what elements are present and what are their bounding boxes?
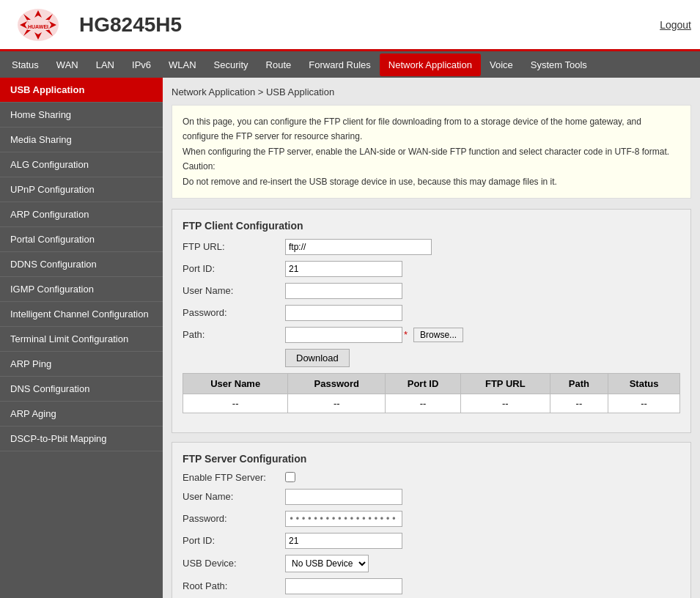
nav-route[interactable]: Route <box>257 53 301 76</box>
ftp-server-title: FTP Server Configuration <box>183 453 680 465</box>
server-password-label: Password: <box>183 513 285 524</box>
sidebar-item-arp-configuration[interactable]: ARP Configuration <box>0 202 163 227</box>
ftp-url-label: FTP URL: <box>183 241 285 252</box>
col-path: Path <box>550 373 608 394</box>
breadcrumb: Network Application > USB Application <box>172 86 691 97</box>
cell-path: -- <box>550 394 608 413</box>
password-input[interactable] <box>285 305 402 321</box>
path-input[interactable] <box>285 327 402 343</box>
sidebar-item-usb-application[interactable]: USB Application <box>0 78 163 103</box>
sidebar-item-upnp-configuration[interactable]: UPnP Configuration <box>0 177 163 202</box>
path-row: Path: * Browse... <box>183 327 680 343</box>
sidebar-item-arp-ping[interactable]: ARP Ping <box>0 352 163 377</box>
server-password-row: Password: <box>183 511 680 527</box>
navigation-bar: Status WAN LAN IPv6 WLAN Security Route … <box>0 51 700 78</box>
info-box: On this page, you can configure the FTP … <box>172 105 691 199</box>
usb-device-label: USB Device: <box>183 558 285 569</box>
col-password: Password <box>288 373 386 394</box>
sidebar-item-arp-aging[interactable]: ARP Aging <box>0 402 163 427</box>
col-status: Status <box>608 373 680 394</box>
download-row: Download <box>183 349 680 367</box>
info-line-5: Do not remove and re-insert the USB stor… <box>183 177 557 187</box>
brand-title: HG8245H5 <box>79 13 660 37</box>
root-path-input[interactable] <box>285 578 402 594</box>
sidebar-item-ddns-configuration[interactable]: DDNS Configuration <box>0 252 163 277</box>
username-row: User Name: <box>183 283 680 299</box>
username-input[interactable] <box>285 283 402 299</box>
nav-system-tools[interactable]: System Tools <box>522 53 596 76</box>
enable-ftp-label: Enable FTP Server: <box>183 472 285 483</box>
sidebar-item-dns-configuration[interactable]: DNS Configuration <box>0 377 163 402</box>
main-content: Network Application > USB Application On… <box>163 78 700 598</box>
ftp-client-title: FTP Client Configuration <box>183 220 680 232</box>
sidebar-item-portal-configuration[interactable]: Portal Configuration <box>0 227 163 252</box>
sidebar-item-terminal-limit[interactable]: Terminal Limit Configuration <box>0 327 163 352</box>
logout-button[interactable]: Logout <box>660 19 691 31</box>
col-ftp-url: FTP URL <box>460 373 550 394</box>
download-button[interactable]: Download <box>285 349 350 367</box>
sidebar: USB Application Home Sharing Media Shari… <box>0 78 163 598</box>
enable-ftp-row: Enable FTP Server: <box>183 472 680 483</box>
ftp-url-input[interactable] <box>285 239 432 255</box>
usb-device-row: USB Device: No USB Device <box>183 555 680 572</box>
server-port-input[interactable] <box>285 533 402 549</box>
port-id-input[interactable] <box>285 261 402 277</box>
col-username: User Name <box>183 373 288 394</box>
sidebar-item-alg-configuration[interactable]: ALG Configuration <box>0 152 163 177</box>
cell-username: -- <box>183 394 288 413</box>
table-row: -- -- -- -- -- -- <box>183 394 680 413</box>
username-label: User Name: <box>183 285 285 296</box>
info-line-1: On this page, you can configure the FTP … <box>183 117 641 127</box>
cell-port-id: -- <box>386 394 461 413</box>
port-id-label: Port ID: <box>183 263 285 274</box>
svg-text:HUAWEI: HUAWEI <box>28 24 48 29</box>
password-row: Password: <box>183 305 680 321</box>
col-port-id: Port ID <box>386 373 461 394</box>
nav-wlan[interactable]: WLAN <box>160 53 205 76</box>
cell-ftp-url: -- <box>460 394 550 413</box>
nav-wan[interactable]: WAN <box>48 53 87 76</box>
port-id-row: Port ID: <box>183 261 680 277</box>
root-path-label: Root Path: <box>183 580 285 591</box>
password-label: Password: <box>183 307 285 318</box>
usb-device-select[interactable]: No USB Device <box>285 555 369 572</box>
cell-password: -- <box>288 394 386 413</box>
ftp-server-section: FTP Server Configuration Enable FTP Serv… <box>172 442 691 598</box>
cell-status: -- <box>608 394 680 413</box>
enable-ftp-checkbox[interactable] <box>285 472 295 482</box>
nav-network-application[interactable]: Network Application <box>380 53 481 76</box>
server-port-label: Port ID: <box>183 535 285 546</box>
server-username-input[interactable] <box>285 489 402 505</box>
info-line-2: configure the FTP server for resource sh… <box>183 131 362 141</box>
browse-button[interactable]: Browse... <box>413 328 463 342</box>
nav-security[interactable]: Security <box>205 53 257 76</box>
ftp-url-row: FTP URL: <box>183 239 680 255</box>
server-username-row: User Name: <box>183 489 680 505</box>
nav-ipv6[interactable]: IPv6 <box>123 53 160 76</box>
sidebar-item-intelligent-channel[interactable]: Intelligent Channel Configuration <box>0 302 163 327</box>
ftp-client-table: User Name Password Port ID FTP URL Path … <box>183 373 680 413</box>
ftp-client-section: FTP Client Configuration FTP URL: Port I… <box>172 209 691 433</box>
root-path-row: Root Path: <box>183 578 680 594</box>
huawei-logo: HUAWEI <box>9 4 67 45</box>
nav-voice[interactable]: Voice <box>481 53 522 76</box>
server-port-row: Port ID: <box>183 533 680 549</box>
server-username-label: User Name: <box>183 491 285 502</box>
info-line-3: When configuring the FTP server, enable … <box>183 147 669 157</box>
server-password-input[interactable] <box>285 511 402 527</box>
sidebar-item-igmp-configuration[interactable]: IGMP Configuration <box>0 277 163 302</box>
nav-forward-rules[interactable]: Forward Rules <box>300 53 380 76</box>
sidebar-item-media-sharing[interactable]: Media Sharing <box>0 128 163 152</box>
nav-lan[interactable]: LAN <box>87 53 123 76</box>
nav-status[interactable]: Status <box>3 53 48 76</box>
sidebar-item-home-sharing[interactable]: Home Sharing <box>0 103 163 128</box>
info-line-4: Caution: <box>183 161 215 171</box>
sidebar-item-dscp-pbit[interactable]: DSCP-to-Pbit Mapping <box>0 427 163 451</box>
path-label: Path: <box>183 329 285 340</box>
